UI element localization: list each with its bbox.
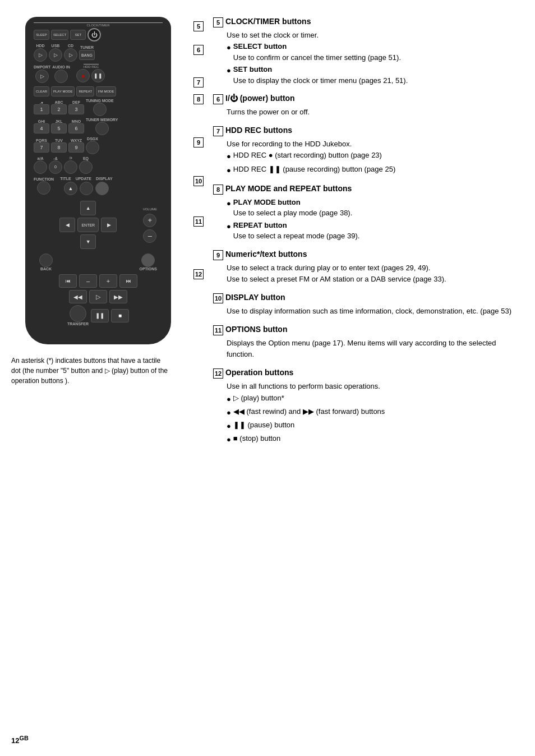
tuner-memory-btn[interactable] bbox=[95, 122, 109, 135]
section-12-bullet-1: ● ◀◀ (fast rewind) and ▶▶ (fast forward)… bbox=[227, 406, 524, 418]
repeat-btn[interactable]: REPEAT bbox=[76, 86, 94, 96]
section-10-num: 10 bbox=[213, 293, 223, 303]
num-5-btn[interactable]: 5 bbox=[51, 123, 67, 133]
num-4-btn[interactable]: 4 bbox=[34, 123, 49, 133]
section-6: 6 I/⏻ (power) button Turns the power on … bbox=[213, 94, 524, 118]
power-btn[interactable]: ⏻ bbox=[87, 28, 101, 42]
cd-label: CD bbox=[68, 44, 73, 48]
arrow-btn[interactable] bbox=[64, 160, 77, 174]
transport-main-section: ◀◀ ▷ ▶▶ TRANSFER ❚❚ ■ bbox=[34, 290, 163, 326]
section-8-header: 8 PLAY MODE and REPEAT buttons bbox=[213, 184, 524, 195]
dpad-up-btn[interactable]: ▲ bbox=[80, 201, 96, 215]
fm-mode-btn[interactable]: FM MODE bbox=[96, 86, 116, 96]
num-6-btn[interactable]: 6 bbox=[68, 123, 84, 133]
num-2-btn[interactable]: 2 bbox=[51, 104, 67, 114]
audio-in-btn[interactable] bbox=[54, 70, 68, 83]
transfer-pause-stop-row: TRANSFER ❚❚ ■ bbox=[34, 305, 163, 326]
dpad-left-btn[interactable]: ◀ bbox=[59, 218, 75, 232]
section-9: 9 Numeric*/text buttons Use to select a … bbox=[213, 250, 524, 285]
vol-up-btn[interactable]: + bbox=[143, 214, 156, 227]
tuner-label: TUNER bbox=[80, 45, 94, 49]
clear-btn[interactable]: CLEAR bbox=[34, 86, 49, 96]
num-9-btn[interactable]: 9 bbox=[68, 142, 84, 153]
section-8-title: PLAY MODE and REPEAT buttons bbox=[225, 184, 352, 193]
transfer-btn[interactable] bbox=[70, 305, 86, 322]
dpad-down-btn[interactable]: ▼ bbox=[80, 234, 96, 249]
minus-btn[interactable]: – bbox=[79, 274, 97, 288]
num-7-btn[interactable]: 7 bbox=[34, 142, 49, 153]
section-9-header: 9 Numeric*/text buttons bbox=[213, 250, 524, 260]
num-1-btn[interactable]: 1 bbox=[34, 104, 49, 114]
section-12: 12 Operation buttons Use in all function… bbox=[213, 368, 524, 445]
section-10-body: Use to display information such as time … bbox=[213, 306, 524, 317]
display-btn[interactable] bbox=[95, 182, 109, 195]
num-row-4: a/A -& 0 ⊃ E bbox=[34, 156, 163, 174]
function-btn[interactable] bbox=[37, 181, 50, 195]
pause-btn[interactable]: ❚❚ bbox=[91, 309, 109, 322]
stop-btn[interactable]: ■ bbox=[111, 309, 129, 322]
section-5-title: CLOCK/TIMER buttons bbox=[225, 17, 311, 26]
dmport-btn[interactable]: ▷ bbox=[35, 70, 49, 83]
section-12-bullet-0: ● ▷ (play) button* bbox=[227, 393, 524, 405]
page: CLOCK/TIMER SLEEP SELECT SET ⏻ HDD ▷ bbox=[0, 0, 535, 470]
prev-btn[interactable]: ⏮ bbox=[59, 274, 77, 288]
num-row-2: GHI 4 JKL 5 MNO 6 bbox=[34, 118, 163, 135]
transport-small-section: ⏮ – + ⏭ bbox=[34, 274, 163, 288]
plus-btn[interactable]: + bbox=[99, 274, 117, 288]
num-8-btn[interactable]: 8 bbox=[51, 142, 67, 153]
select-btn[interactable]: SELECT bbox=[51, 30, 68, 40]
dpad-right-btn[interactable]: ▶ bbox=[101, 218, 117, 232]
section-12-title: Operation buttons bbox=[225, 368, 293, 377]
next-btn[interactable]: ⏭ bbox=[119, 274, 137, 288]
play-mode-btn[interactable]: PLAY MODE bbox=[51, 86, 75, 96]
dash-btn[interactable]: 0 bbox=[49, 160, 62, 174]
dmport-label: DMPORT bbox=[34, 65, 50, 69]
function-row-section: FUNCTION TITLE UPDATE DISPLAY bbox=[34, 177, 163, 271]
sleep-btn[interactable]: SLEEP bbox=[34, 30, 49, 40]
play-btn[interactable]: ▷ bbox=[89, 290, 107, 303]
section-11-header: 11 OPTIONS button bbox=[213, 325, 524, 335]
rw-btn[interactable]: ◀◀ bbox=[69, 290, 87, 303]
cd-btn[interactable]: ▷ bbox=[64, 48, 77, 62]
num-3-btn[interactable]: 3 bbox=[68, 104, 84, 114]
dsgx-btn[interactable] bbox=[86, 141, 99, 154]
update-btn[interactable] bbox=[80, 182, 93, 195]
mode-row: CLEAR PLAY MODE REPEAT FM MODE bbox=[34, 86, 163, 96]
section-9-title: Numeric*/text buttons bbox=[225, 250, 307, 259]
usb-btn[interactable]: ▷ bbox=[49, 48, 62, 62]
section-12-bullet-2: ● ❚❚ (pause) button bbox=[227, 420, 524, 432]
remote-image: CLOCK/TIMER SLEEP SELECT SET ⏻ HDD ▷ bbox=[25, 17, 171, 344]
enter-btn[interactable]: ENTER bbox=[77, 218, 99, 232]
section-7-bullet-1: ● HDD REC ❚❚ (pause recording) button (p… bbox=[227, 164, 524, 176]
remote-container: CLOCK/TIMER SLEEP SELECT SET ⏻ HDD ▷ bbox=[25, 17, 188, 344]
section-11-title: OPTIONS button bbox=[225, 325, 287, 334]
vol-down-btn[interactable]: – bbox=[143, 229, 156, 243]
options-btn[interactable] bbox=[141, 253, 155, 267]
set-btn[interactable]: SET bbox=[70, 30, 86, 40]
aA-btn[interactable] bbox=[34, 160, 47, 174]
tuning-mode-btn[interactable] bbox=[93, 103, 107, 116]
dmport-row: DMPORT ▷ AUDIO IN HDD REC ● ❚❚ bbox=[34, 64, 163, 84]
ff-btn[interactable]: ▶▶ bbox=[109, 290, 127, 303]
section-7-bullet-0: ● HDD REC ● (start recording) button (pa… bbox=[227, 150, 524, 162]
hdd-rec-pause-btn[interactable]: ❚❚ bbox=[91, 69, 105, 82]
section-5: 5 CLOCK/TIMER buttons Use to set the clo… bbox=[213, 17, 524, 86]
left-panel: CLOCK/TIMER SLEEP SELECT SET ⏻ HDD ▷ bbox=[11, 17, 202, 453]
section-9-body: Use to select a track during play or to … bbox=[213, 262, 524, 285]
dpad: ▲ ◀ ENTER ▶ ▼ bbox=[59, 200, 117, 250]
back-btn[interactable] bbox=[39, 253, 53, 267]
section-9-num: 9 bbox=[213, 250, 223, 260]
section-5-header: 5 CLOCK/TIMER buttons bbox=[213, 17, 524, 27]
hdd-rec-label: HDD REC bbox=[84, 64, 99, 68]
numpad-section: .● 1 ABC 2 DEF 3 bbox=[34, 99, 163, 174]
tuner-btn[interactable]: BANG bbox=[79, 50, 95, 60]
section-10-header: 10 DISPLAY button bbox=[213, 293, 524, 303]
eq-btn[interactable] bbox=[79, 160, 93, 174]
hdd-btn[interactable]: ▷ bbox=[34, 48, 47, 62]
title-btn[interactable]: ▲ bbox=[64, 182, 77, 195]
section-11-body: Displays the Option menu (page 17). Menu… bbox=[213, 338, 524, 360]
section-8-bullet-0: ● PLAY MODE button Use to select a play … bbox=[227, 197, 524, 219]
section-7-title: HDD REC buttons bbox=[225, 126, 292, 135]
function-row: FUNCTION TITLE UPDATE DISPLAY bbox=[34, 177, 163, 195]
hdd-rec-start-btn[interactable]: ● bbox=[76, 69, 90, 82]
